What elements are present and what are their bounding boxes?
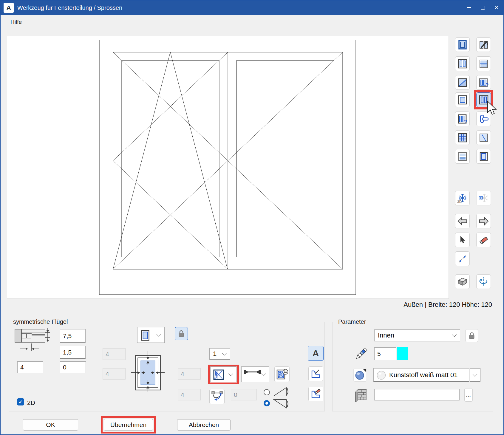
tool-wizard-button[interactable] — [476, 37, 491, 52]
fluegel-group-title: symmetrische Flügel — [11, 318, 69, 325]
opening-type-combobox[interactable] — [210, 366, 236, 382]
pen-color-swatch[interactable] — [397, 347, 408, 360]
status-dimensions: Außen | Breite: 120 Höhe: 120 — [403, 301, 492, 309]
ok-button-label: OK — [46, 421, 55, 428]
material-sphere-button[interactable] — [353, 368, 367, 382]
coupling-profile-combobox[interactable] — [241, 366, 269, 382]
material-dropdown-button[interactable] — [470, 368, 480, 382]
window-elevation-drawing — [7, 36, 449, 299]
tool-two-leaf-variable-button[interactable]: ? — [476, 75, 491, 90]
pen-width-input[interactable] — [374, 347, 396, 360]
fixed-pane-icon — [458, 95, 467, 105]
arrow-right-icon — [479, 217, 489, 226]
opening-settings-button[interactable] — [274, 366, 290, 382]
lock-icon — [469, 332, 475, 339]
sash-inset-diagram — [128, 349, 168, 394]
back-button[interactable] — [455, 214, 470, 228]
chevron-down-icon — [228, 371, 233, 376]
select-tool-button[interactable] — [455, 233, 470, 247]
lock-icon — [178, 330, 184, 337]
auto-label-button[interactable]: A — [308, 346, 324, 361]
close-button[interactable]: ✕ — [490, 1, 503, 14]
eraser-icon — [479, 235, 489, 245]
menu-item-hilfe[interactable]: Hilfe — [9, 15, 24, 29]
tool-horizontal-split-button[interactable] — [476, 56, 491, 71]
dialog-window: A Werkzeug für Fensterteilung / Sprossen… — [0, 0, 504, 435]
sash-overlap-input[interactable] — [60, 346, 86, 359]
side-select-combobox[interactable]: Innen — [374, 329, 460, 341]
material-value: Kunststoff weiß matt 01 — [389, 371, 457, 379]
apply-button-label: Übernehmen — [110, 421, 146, 428]
frame-width-input[interactable] — [60, 329, 86, 343]
minimize-button[interactable] — [462, 1, 476, 14]
corner-erase-button[interactable] — [308, 387, 323, 401]
select-cursor-icon — [458, 235, 467, 245]
apply-button[interactable]: Übernehmen — [104, 419, 153, 431]
letter-a-icon: A — [313, 348, 319, 358]
chevron-down-icon — [157, 332, 161, 337]
texture-browse-button[interactable]: ... — [464, 388, 473, 402]
cancel-button[interactable]: Abbrechen — [177, 419, 231, 431]
pane-type-combobox[interactable] — [137, 327, 165, 343]
measure-line-button[interactable] — [455, 251, 470, 266]
window-settings-icon — [276, 368, 288, 380]
erase-tool-button[interactable] — [476, 233, 491, 247]
freeze-3d-button[interactable]: 3D — [455, 191, 470, 205]
tool-diagonal-muntin-button[interactable] — [476, 130, 491, 145]
chevron-down-icon — [222, 351, 227, 356]
tilt-in-radio[interactable] — [264, 400, 270, 406]
inset-top-input — [103, 348, 126, 360]
snowflake-2d-disabled-icon — [478, 193, 489, 204]
menu-bar — [1, 15, 504, 29]
material-combobox[interactable]: Kunststoff weiß matt 01 — [373, 368, 469, 382]
two-leaf-question-icon: ? — [479, 78, 488, 87]
minimize-icon — [467, 7, 471, 8]
profile-diagram-icon — [14, 327, 52, 355]
lock-parameter-button[interactable] — [465, 329, 478, 342]
chevron-down-icon — [261, 371, 266, 376]
frame-side-input[interactable] — [17, 361, 43, 373]
corner-erase-icon — [310, 389, 321, 400]
rotate-view-button[interactable] — [476, 274, 491, 289]
drawing-canvas[interactable] — [7, 36, 449, 299]
two-leaf-vertical-icon — [458, 59, 467, 69]
tool-fixed-pane-button[interactable] — [455, 92, 470, 107]
inset-right-input — [178, 368, 201, 380]
chevron-down-icon — [452, 332, 457, 337]
tool-diagonal-split-button[interactable] — [455, 75, 470, 90]
door-handle-icon — [479, 114, 489, 124]
frame-extra-input[interactable] — [60, 361, 86, 373]
pivot-swing-icon — [211, 391, 223, 402]
forward-button[interactable] — [476, 214, 491, 228]
material-swatch-icon — [377, 371, 386, 380]
view-2d-checkbox[interactable]: ✓ — [17, 398, 24, 405]
tool-single-leaf-button[interactable] — [476, 149, 491, 164]
diagonal-muntin-icon — [479, 133, 488, 143]
freeze-2d-button[interactable] — [476, 191, 491, 205]
maximize-button[interactable] — [476, 1, 490, 14]
app-icon: A — [4, 3, 14, 13]
division-count-value: 1 — [213, 350, 217, 358]
close-icon: ✕ — [494, 4, 499, 11]
wizard-icon — [479, 40, 488, 49]
extrude-3d-button[interactable] — [455, 274, 470, 289]
tool-two-leaf-vertical-button[interactable] — [455, 56, 470, 71]
view-2d-label: 2D — [27, 399, 35, 406]
tool-two-leaf-variable2-button[interactable]: ? — [455, 112, 470, 126]
tilt-out-radio[interactable] — [264, 389, 270, 395]
texture-brick-icon — [354, 388, 367, 402]
parameter-group-title: Parameter — [336, 318, 368, 325]
texture-input[interactable] — [374, 389, 460, 400]
tool-bottom-panel-button[interactable] — [455, 149, 470, 164]
pen-icon — [354, 346, 368, 362]
division-count-combobox[interactable]: 1 — [209, 348, 230, 360]
lock-symmetry-button[interactable] — [175, 327, 188, 340]
tool-window-whole-button[interactable] — [455, 37, 470, 52]
pivot-swing-button[interactable] — [209, 389, 225, 404]
corner-insert-button[interactable] — [308, 366, 323, 381]
tool-muntin-grid-button[interactable] — [455, 130, 470, 145]
svg-text:?: ? — [464, 119, 467, 124]
snowflake-3d-icon: 3D — [457, 193, 468, 204]
ok-button[interactable]: OK — [23, 419, 78, 431]
rotate-icon — [478, 276, 489, 287]
